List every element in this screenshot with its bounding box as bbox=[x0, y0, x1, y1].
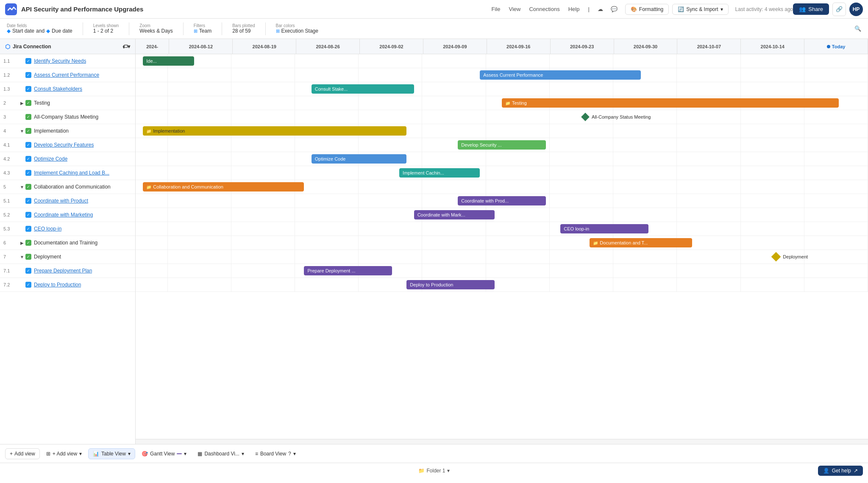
cloud-icon[interactable]: ☁ bbox=[595, 3, 606, 15]
bar-ceo-loopin[interactable]: CEO loop-in bbox=[560, 224, 648, 233]
grid-cell bbox=[359, 208, 422, 222]
task-row[interactable]: 5.3 ✓ CEO loop-in bbox=[0, 222, 135, 236]
task-expand[interactable]: ▼ bbox=[19, 185, 25, 189]
share-label: Share bbox=[808, 6, 823, 12]
footer-folder[interactable]: 📁 Folder 1 ▾ bbox=[418, 468, 449, 474]
due-date-diamond-icon: ◆ bbox=[46, 28, 50, 34]
grid-cell bbox=[422, 96, 486, 110]
bar-assess-performance[interactable]: Assess Current Performance bbox=[480, 70, 641, 80]
tab-board-view[interactable]: ▦ Dashboard Vi... ▾ bbox=[193, 448, 249, 459]
bar-documentation[interactable]: 📁Documentation and T... bbox=[590, 238, 692, 247]
task-row[interactable]: 7.2 ✓ Deploy to Production bbox=[0, 278, 135, 292]
bar-coordinate-marketing[interactable]: Coordinate with Mark... bbox=[414, 210, 495, 219]
task-row[interactable]: 4.1 ✓ Develop Security Features bbox=[0, 138, 135, 152]
task-row[interactable]: 7.1 ✓ Prepare Deployment Plan bbox=[0, 264, 135, 278]
bar-collaboration[interactable]: 📁Collaboration and Communication bbox=[143, 182, 304, 192]
gantt-scrollbar[interactable] bbox=[136, 439, 868, 444]
task-row[interactable]: 5.1 ✓ Coordinate with Product bbox=[0, 194, 135, 208]
task-name-1-2[interactable]: Assess Current Performance bbox=[34, 72, 99, 78]
column-options-icon[interactable]: ▾ bbox=[128, 44, 130, 50]
task-row[interactable]: 4.2 ✓ Optimize Code bbox=[0, 152, 135, 166]
task-row[interactable]: 7 ▼ ✓ Deployment bbox=[0, 250, 135, 264]
task-expand[interactable]: ▶ bbox=[19, 241, 25, 245]
task-name-4-1[interactable]: Develop Security Features bbox=[34, 142, 94, 148]
task-name-6[interactable]: Documentation and Training bbox=[34, 240, 97, 246]
link-button[interactable]: 🔗 bbox=[832, 3, 846, 16]
task-name-3[interactable]: All-Company Status Meeting bbox=[34, 114, 98, 120]
task-name-4-3[interactable]: Implement Caching and Load B... bbox=[34, 170, 109, 176]
bottom-tabs: + Add view ⊞ + Add view ▾ 📊 Table View ▾… bbox=[0, 444, 868, 463]
task-row[interactable]: 5.2 ✓ Coordinate with Marketing bbox=[0, 208, 135, 222]
task-row[interactable]: 2 ▶ ✓ Testing bbox=[0, 96, 135, 110]
bar-testing[interactable]: 📁Testing bbox=[502, 98, 839, 108]
nav-connections[interactable]: Connections bbox=[526, 4, 563, 14]
grid-cell bbox=[677, 222, 740, 236]
zoom-value[interactable]: Weeks & Days bbox=[139, 28, 172, 34]
grid-cell bbox=[231, 250, 295, 264]
sync-import-button[interactable]: 🔄 Sync & Import ▾ bbox=[672, 4, 728, 15]
date-fields-value[interactable]: ◆ Start date and ◆ Due date bbox=[7, 28, 72, 34]
grid-cell bbox=[486, 180, 550, 194]
bar-prepare-deployment[interactable]: Prepare Deployment ... bbox=[304, 266, 392, 275]
bar-implementation[interactable]: 📁Implementation bbox=[143, 126, 406, 136]
task-name-1-3[interactable]: Consult Stakeholders bbox=[34, 86, 82, 92]
grid-cell bbox=[804, 208, 868, 222]
grid-cell bbox=[136, 166, 168, 180]
bar-develop-security[interactable]: Develop Security ... bbox=[458, 140, 545, 150]
levels-value[interactable]: 1 - 2 of 2 bbox=[93, 28, 119, 34]
task-name-2[interactable]: Testing bbox=[34, 100, 50, 106]
grid-cell bbox=[804, 138, 868, 152]
grid-cell bbox=[677, 110, 740, 124]
gantt-search-icon[interactable]: 🔍 bbox=[854, 25, 861, 32]
task-name-5-1[interactable]: Coordinate with Product bbox=[34, 198, 88, 204]
task-row[interactable]: 6 ▶ ✓ Documentation and Training bbox=[0, 236, 135, 250]
tab-dashboard-view[interactable]: 🎯 Gantt View ▾ bbox=[137, 448, 191, 459]
task-name-7-2[interactable]: Deploy to Production bbox=[34, 282, 81, 288]
bar-identify-security[interactable]: Ide... bbox=[143, 56, 194, 66]
task-row[interactable]: 4.3 ✓ Implement Caching and Load B... bbox=[0, 166, 135, 180]
task-check-4-1: ✓ bbox=[25, 142, 31, 148]
bar-deploy-production[interactable]: Deploy to Production bbox=[406, 280, 494, 289]
task-row[interactable]: 1.1 ✓ Identify Security Needs bbox=[0, 54, 135, 68]
task-name-5-3[interactable]: CEO loop-in bbox=[34, 226, 61, 232]
task-name-5[interactable]: Collaboration and Communication bbox=[34, 184, 111, 190]
tag-icon[interactable]: 🏷 bbox=[122, 44, 128, 50]
get-help-button[interactable]: 👤 Get help ↗ bbox=[818, 466, 863, 476]
task-row[interactable]: 1.3 ✓ Consult Stakeholders bbox=[0, 82, 135, 96]
formatting-button[interactable]: 🎨 Formatting bbox=[625, 4, 669, 15]
task-expand[interactable]: ▶ bbox=[19, 101, 25, 105]
bar-implement-caching[interactable]: Implement Cachin... bbox=[399, 168, 480, 178]
share-button[interactable]: 👥 Share bbox=[793, 3, 829, 15]
nav-help[interactable]: Help bbox=[565, 4, 583, 14]
add-view-button[interactable]: + Add view bbox=[5, 448, 40, 459]
bar-colors-value[interactable]: ⊞ Execution Stage bbox=[276, 28, 318, 34]
bar-coordinate-product[interactable]: Coordinate with Prod... bbox=[458, 196, 545, 205]
avatar[interactable]: HP bbox=[849, 3, 863, 16]
task-row[interactable]: 1.2 ✓ Assess Current Performance bbox=[0, 68, 135, 82]
grid-cell bbox=[804, 222, 868, 236]
bar-optimize-code[interactable]: Optimize Code bbox=[312, 154, 407, 164]
task-expand[interactable]: ▼ bbox=[19, 129, 25, 133]
filters-value[interactable]: ⊞ Team bbox=[194, 28, 211, 34]
tab-table-view[interactable]: ⊞ + Add view ▾ bbox=[42, 448, 86, 459]
task-row[interactable]: 3 ✓ All-Company Status Meeting bbox=[0, 110, 135, 124]
task-name-1-1[interactable]: Identify Security Needs bbox=[34, 58, 86, 64]
task-name-7-1[interactable]: Prepare Deployment Plan bbox=[34, 268, 92, 274]
grid-cell bbox=[136, 222, 168, 236]
grid-cell bbox=[231, 278, 295, 291]
task-name-7[interactable]: Deployment bbox=[34, 254, 61, 260]
tab-timeline-view[interactable]: ≡ Board View ? ▾ bbox=[250, 448, 300, 459]
dashboard-view-label: Gantt View bbox=[150, 451, 175, 457]
task-name-4-2[interactable]: Optimize Code bbox=[34, 156, 67, 162]
task-row[interactable]: 5 ▼ ✓ Collaboration and Communication bbox=[0, 180, 135, 194]
tab-gantt-view[interactable]: 📊 Table View ▾ bbox=[88, 448, 135, 459]
bar-consult-stakeholders[interactable]: Consult Stake... bbox=[312, 84, 414, 94]
task-name-4[interactable]: Implementation bbox=[34, 128, 69, 134]
chat-icon[interactable]: 💬 bbox=[608, 3, 620, 15]
task-row[interactable]: 4 ▼ ✓ Implementation bbox=[0, 124, 135, 138]
task-name-5-2[interactable]: Coordinate with Marketing bbox=[34, 212, 93, 218]
task-expand[interactable]: ▼ bbox=[19, 255, 25, 259]
nav-view[interactable]: View bbox=[505, 4, 524, 14]
header-separator: | bbox=[584, 4, 593, 14]
nav-file[interactable]: File bbox=[488, 4, 504, 14]
